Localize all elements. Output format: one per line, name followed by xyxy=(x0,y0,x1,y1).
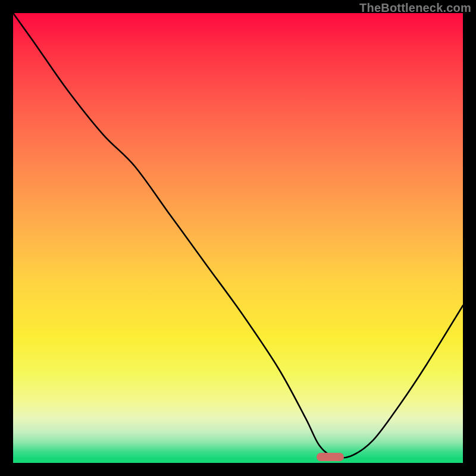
watermark-text: TheBottleneck.com xyxy=(359,1,471,15)
plot-area xyxy=(13,13,463,463)
optimum-marker xyxy=(317,453,344,461)
bottleneck-curve xyxy=(13,13,463,463)
chart-frame: TheBottleneck.com xyxy=(0,0,476,476)
